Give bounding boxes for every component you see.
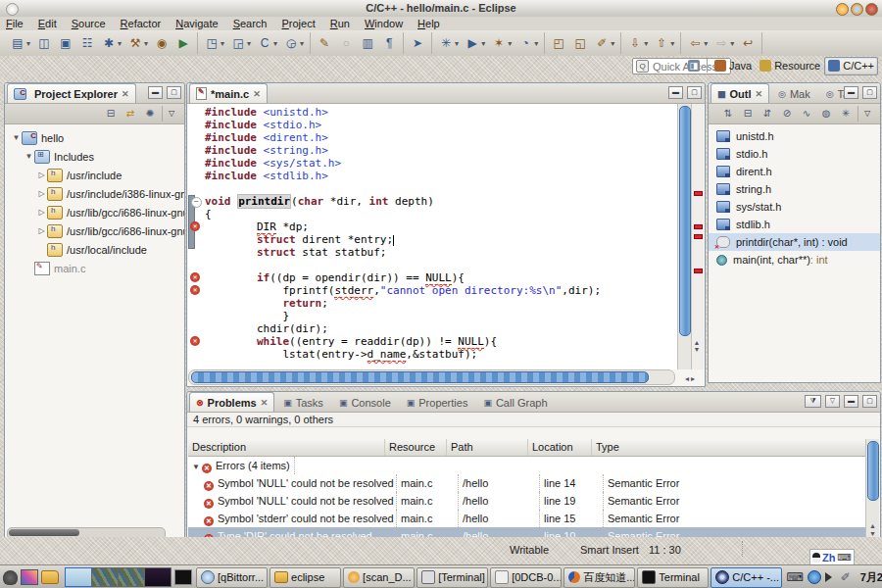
new-source-file-button[interactable]: ◶▾ bbox=[280, 32, 307, 54]
group-includes-icon[interactable]: ⇵ bbox=[760, 106, 775, 122]
error-marker-icon[interactable]: ✕ bbox=[190, 285, 200, 295]
print-button[interactable]: ☷ bbox=[76, 32, 98, 54]
taskbar-button-doc[interactable]: [0DCB-0... bbox=[490, 567, 562, 588]
workspace-2[interactable] bbox=[92, 568, 119, 586]
tree-twistie-icon[interactable]: ▷ bbox=[36, 208, 47, 217]
dropdown-arrow-icon[interactable]: ▾ bbox=[247, 39, 251, 48]
scrollbar-thumb[interactable] bbox=[9, 529, 79, 536]
menu-source[interactable]: Source bbox=[72, 18, 106, 29]
format-brush-button[interactable]: ✎ bbox=[314, 32, 335, 54]
column-header-description[interactable]: Description bbox=[188, 439, 385, 456]
code-line[interactable]: ✕ DIR *dp; bbox=[188, 220, 676, 233]
maximize-view-icon[interactable]: ▢ bbox=[862, 395, 877, 408]
view-menu-icon[interactable]: ▽ bbox=[825, 395, 840, 408]
menu-search[interactable]: Search bbox=[233, 18, 268, 29]
dropdown-arrow-icon[interactable]: ▾ bbox=[730, 39, 734, 48]
open-perspective-button[interactable]: ◨ bbox=[684, 57, 704, 75]
menu-edit[interactable]: Edit bbox=[38, 18, 57, 29]
tree-twistie-icon[interactable]: ▷ bbox=[36, 226, 47, 235]
tab-outl[interactable]: ▦Outl✕ bbox=[710, 83, 769, 103]
minimize-view-icon[interactable]: ▬ bbox=[148, 86, 163, 99]
code-line[interactable]: { bbox=[188, 208, 676, 220]
run-button[interactable]: ▶▾ bbox=[462, 32, 488, 54]
tab-problems[interactable]: ⊗Problems✕ bbox=[189, 392, 274, 412]
code-line[interactable]: lstat(entry->d_name,&statbuf); bbox=[188, 348, 676, 361]
group-twistie-icon[interactable]: ▼ bbox=[192, 459, 202, 474]
code-line[interactable]: ✕ if((dp = opendir(dir)) == NULL){ bbox=[188, 271, 676, 284]
new-star-button[interactable]: ✳▾ bbox=[435, 32, 462, 54]
dropdown-arrow-icon[interactable]: ▾ bbox=[26, 39, 30, 48]
code-line[interactable]: −void printdir(char *dir, int depth) bbox=[188, 195, 676, 208]
run-binary-button[interactable]: ◉ bbox=[151, 32, 172, 54]
save-button[interactable]: ◫ bbox=[33, 32, 55, 54]
scrollbar-thumb[interactable] bbox=[867, 441, 879, 501]
hide-static-icon[interactable]: ∿ bbox=[799, 106, 814, 122]
input-method-indicator[interactable]: Zh ⌨ bbox=[809, 549, 855, 565]
dropdown-arrow-icon[interactable]: ▾ bbox=[611, 39, 614, 48]
tree-twistie-icon[interactable]: ▷ bbox=[36, 171, 47, 179]
tree-item--usr-include-i386-linux-gnu[interactable]: ▷/usr/include/i386-linux-gnu bbox=[5, 184, 184, 203]
dropdown-arrow-icon[interactable]: ▾ bbox=[220, 39, 224, 48]
close-icon[interactable]: ✕ bbox=[261, 398, 269, 408]
screenshot-tray-icon[interactable]: ✐ bbox=[841, 570, 851, 584]
code-line[interactable]: struct dirent *entry; bbox=[188, 233, 676, 246]
next-annotation-button[interactable]: ⇩▾ bbox=[624, 32, 651, 54]
open-console-button[interactable]: ▥ bbox=[357, 32, 378, 54]
column-header-resource[interactable]: Resource bbox=[385, 439, 447, 456]
build-all-button[interactable]: ✱▾ bbox=[98, 32, 124, 54]
dropdown-arrow-icon[interactable]: ▾ bbox=[273, 39, 277, 48]
tab-project-explorer[interactable]: Project Explorer ✕ bbox=[7, 83, 136, 103]
new-cpp-project-button[interactable]: ◲▾ bbox=[227, 32, 254, 54]
view-menu-icon[interactable]: ▽ bbox=[162, 106, 180, 122]
view-menu-icon[interactable]: ▽ bbox=[858, 106, 876, 122]
editor-horizontal-scrollbar[interactable] bbox=[188, 369, 675, 385]
menu-refactor[interactable]: Refactor bbox=[121, 18, 162, 29]
dropdown-arrow-icon[interactable]: ▾ bbox=[481, 39, 485, 48]
hscroll-arrows[interactable]: ◂▸ bbox=[676, 371, 704, 385]
perspective-java[interactable]: Java bbox=[710, 57, 756, 75]
gnome-menu-icon[interactable] bbox=[3, 570, 18, 585]
column-header-type[interactable]: Type bbox=[592, 439, 866, 456]
editor-vertical-scrollbar[interactable] bbox=[677, 104, 691, 369]
new-class-button[interactable]: C▾ bbox=[254, 32, 280, 54]
file-manager-icon[interactable] bbox=[41, 570, 59, 584]
workspace-switcher[interactable] bbox=[65, 567, 172, 587]
menu-window[interactable]: Window bbox=[365, 18, 403, 29]
problem-row[interactable]: ✕Symbol 'stderr' could not be resolvedma… bbox=[188, 510, 866, 527]
dropdown-arrow-icon[interactable]: ▾ bbox=[534, 39, 538, 48]
problems-vertical-scrollbar[interactable]: ▲▼ bbox=[865, 439, 879, 538]
tree-twistie-icon[interactable]: ▼ bbox=[24, 152, 34, 161]
overview-error-mark[interactable] bbox=[694, 191, 703, 196]
overview-ruler[interactable] bbox=[691, 104, 704, 369]
select-tool-button[interactable]: ➤ bbox=[407, 32, 428, 54]
dropdown-arrow-icon[interactable]: ▾ bbox=[455, 39, 459, 48]
error-marker-icon[interactable]: ✕ bbox=[190, 272, 200, 282]
menu-file[interactable]: File bbox=[6, 18, 24, 29]
tree-item-includes[interactable]: ▼Includes bbox=[5, 147, 184, 166]
taskbar-button-globe[interactable]: [qBittorr... bbox=[196, 567, 268, 588]
maximize-editor-icon[interactable]: ▢ bbox=[687, 86, 702, 99]
column-header-path[interactable]: Path bbox=[447, 439, 528, 456]
code-line[interactable]: ✕ fprintf(stderr,"cannot open directory:… bbox=[188, 284, 676, 297]
profile-button[interactable]: ◔▾ bbox=[514, 32, 541, 54]
perspective-resource[interactable]: Resource bbox=[756, 57, 824, 75]
tab-call-graph[interactable]: ▣Call Graph bbox=[476, 392, 554, 412]
tree-item--usr-lib-gcc-i686-linux-gnu-4-7-[interactable]: ▷/usr/lib/gcc/i686-linux-gnu/4.7/ bbox=[5, 203, 184, 221]
sort-icon[interactable]: ⇅ bbox=[720, 106, 736, 122]
tab-main-c[interactable]: *main.c ✕ bbox=[189, 83, 268, 103]
close-button[interactable] bbox=[865, 3, 878, 16]
error-group-row[interactable]: ▼✕Errors (4 items) bbox=[188, 457, 866, 474]
maximize-view-icon[interactable]: ▢ bbox=[862, 86, 877, 99]
maximize-button[interactable] bbox=[851, 3, 863, 16]
scrollbar-thumb[interactable] bbox=[191, 371, 649, 383]
dropdown-arrow-icon[interactable]: ▾ bbox=[670, 39, 674, 48]
open-element-button[interactable]: ◰ bbox=[548, 32, 569, 54]
taskbar-button-term2[interactable]: Terminal bbox=[637, 567, 709, 588]
outline-item-string-h[interactable]: string.h bbox=[709, 180, 880, 198]
minimize-view-icon[interactable]: ▬ bbox=[844, 395, 858, 408]
tab-mak[interactable]: ◎Mak bbox=[771, 83, 817, 103]
outline-item-stdlib-h[interactable]: stdlib.h bbox=[709, 216, 880, 233]
menu-navigate[interactable]: Navigate bbox=[175, 18, 218, 29]
focus-icon[interactable]: ✺ bbox=[142, 106, 158, 122]
scroll-arrows[interactable]: ▲▼ bbox=[691, 339, 703, 353]
